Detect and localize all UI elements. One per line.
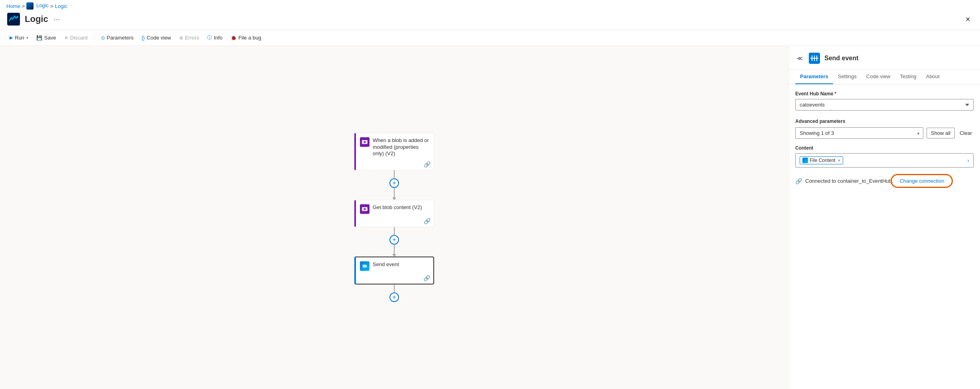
send-event-node-icon [360, 261, 369, 271]
adv-params-row: Showing 1 of 3 ▾ Show all Clear [795, 127, 974, 139]
panel-tabs: Parameters Settings Code view Testing Ab… [789, 69, 980, 85]
get-blob-node-footer: 🔗 [356, 217, 434, 227]
content-tag: File Content × [800, 156, 843, 164]
app-title: Logic [25, 14, 48, 24]
tab-parameters[interactable]: Parameters [795, 69, 833, 84]
event-hub-name-label: Event Hub Name * [795, 91, 974, 97]
content-tag-remove[interactable]: × [838, 158, 840, 163]
trigger-node[interactable]: When a blob is added or modified (proper… [354, 133, 434, 171]
svg-point-3 [364, 141, 366, 143]
panel-collapse-button[interactable]: ≪ [795, 53, 804, 63]
panel-header: ≪ [789, 46, 980, 69]
breadcrumb-home[interactable]: Home [6, 3, 20, 9]
toolbar: ▶ Run ▾ 💾 Save ✕ Discard ⊙ Parameters {}… [0, 30, 980, 46]
breadcrumb: Home > Logic > Logic [0, 0, 980, 12]
add-node-2-button[interactable]: + [389, 235, 399, 245]
tab-about[interactable]: About [921, 69, 944, 84]
flow-line-1 [394, 170, 395, 178]
discard-icon: ✕ [64, 35, 68, 41]
add-node-1-button[interactable]: + [389, 178, 399, 188]
trigger-node-footer: 🔗 [356, 160, 434, 170]
title-ellipsis[interactable]: ··· [54, 15, 60, 24]
right-panel: ≪ [788, 46, 980, 389]
get-blob-node[interactable]: Get blob content (V2) 🔗 [354, 200, 434, 227]
panel-title: Send event [824, 55, 858, 62]
panel-title-icon [808, 52, 820, 64]
send-event-node[interactable]: Send event 🔗 [354, 257, 434, 284]
code-view-button[interactable]: {} Code view [138, 33, 174, 43]
app-container: Home > Logic > Logic Logic ··· ✕ ▶ Run ▾… [0, 0, 980, 389]
save-button[interactable]: 💾 Save [33, 33, 59, 43]
content-field-group: Content File Content × › [795, 145, 974, 168]
get-blob-node-header: Get blob content (V2) [356, 200, 434, 217]
advanced-params-section: Advanced parameters Showing 1 of 3 ▾ Sho… [795, 118, 974, 139]
title-bar: Logic ··· ✕ [0, 12, 980, 30]
info-icon: ⓘ [207, 34, 212, 41]
content-field-expand-icon[interactable]: › [967, 157, 969, 164]
event-hub-name-select[interactable]: catoevents [795, 99, 974, 111]
connector-2: + [389, 227, 399, 257]
adv-params-select[interactable]: Showing 1 of 3 [795, 127, 923, 139]
change-connection-highlight: Change connection [896, 177, 947, 185]
errors-icon: ⊗ [179, 35, 183, 41]
errors-button[interactable]: ⊗ Errors [176, 33, 202, 43]
flow-line-3 [394, 284, 395, 292]
show-all-button[interactable]: Show all [927, 128, 955, 138]
tab-code-view[interactable]: Code view [861, 69, 895, 84]
connection-text: Connected to container_to_EventHub. [805, 178, 893, 184]
file-bug-button[interactable]: 🐞 File a bug [227, 33, 265, 43]
run-icon: ▶ [10, 35, 13, 40]
save-icon: 💾 [36, 35, 42, 41]
run-button[interactable]: ▶ Run ▾ [6, 33, 32, 43]
content-field[interactable]: File Content × › [795, 153, 974, 168]
svg-rect-0 [7, 13, 20, 26]
main-content: When a blob is added or modified (proper… [0, 46, 980, 389]
connection-icon: 🔗 [795, 178, 802, 184]
get-blob-node-title: Get blob content (V2) [373, 204, 422, 211]
trigger-link-icon: 🔗 [424, 161, 431, 168]
breadcrumb-sep1: > [22, 3, 25, 9]
panel-content: Event Hub Name * catoevents Advanced par… [789, 85, 980, 389]
content-label: Content [795, 145, 974, 151]
flow-canvas: When a blob is added or modified (proper… [0, 46, 788, 389]
toolbar-separator-1 [94, 34, 95, 42]
content-tag-label: File Content [810, 158, 836, 163]
breadcrumb-sep2: > [50, 3, 53, 9]
info-button[interactable]: ⓘ Info [204, 32, 226, 43]
flow-diagram: When a blob is added or modified (proper… [354, 133, 434, 302]
send-event-node-title: Send event [373, 261, 399, 268]
breadcrumb-parent[interactable]: Logic [26, 2, 49, 10]
event-hub-name-select-wrap: catoevents [795, 99, 974, 111]
trigger-node-icon [360, 137, 369, 147]
bug-icon: 🐞 [231, 35, 237, 41]
trigger-node-header: When a blob is added or modified (proper… [356, 133, 434, 161]
svg-point-1 [17, 16, 18, 18]
send-event-node-header: Send event [356, 257, 433, 274]
discard-button[interactable]: ✕ Discard [61, 33, 91, 43]
required-asterisk: * [834, 91, 836, 97]
app-logo [6, 12, 21, 26]
tab-settings[interactable]: Settings [833, 69, 861, 84]
breadcrumb-current: Logic [55, 3, 67, 9]
clear-button[interactable]: Clear [958, 128, 974, 138]
change-connection-button[interactable]: Change connection [896, 177, 947, 185]
flow-line-2b [394, 245, 395, 253]
get-blob-node-icon [360, 204, 369, 214]
connection-info: 🔗 Connected to container_to_EventHub. Ch… [795, 176, 974, 185]
event-hub-name-field: Event Hub Name * catoevents [795, 91, 974, 111]
run-chevron-icon: ▾ [26, 36, 28, 40]
adv-params-label: Advanced parameters [795, 118, 974, 124]
flow-line-2 [394, 227, 395, 235]
parameters-button[interactable]: ⊙ Parameters [98, 33, 137, 43]
code-view-icon: {} [142, 35, 145, 41]
tab-testing[interactable]: Testing [895, 69, 921, 84]
trigger-node-title: When a blob is added or modified (proper… [373, 137, 430, 158]
svg-point-5 [364, 208, 366, 210]
send-event-node-footer: 🔗 [356, 274, 433, 284]
close-button[interactable]: ✕ [962, 14, 974, 25]
get-blob-link-icon: 🔗 [424, 218, 431, 224]
parameters-icon: ⊙ [101, 35, 105, 41]
flow-arrow-2 [394, 253, 395, 257]
flow-arrow-1 [394, 196, 395, 200]
add-node-3-button[interactable]: + [389, 292, 399, 302]
